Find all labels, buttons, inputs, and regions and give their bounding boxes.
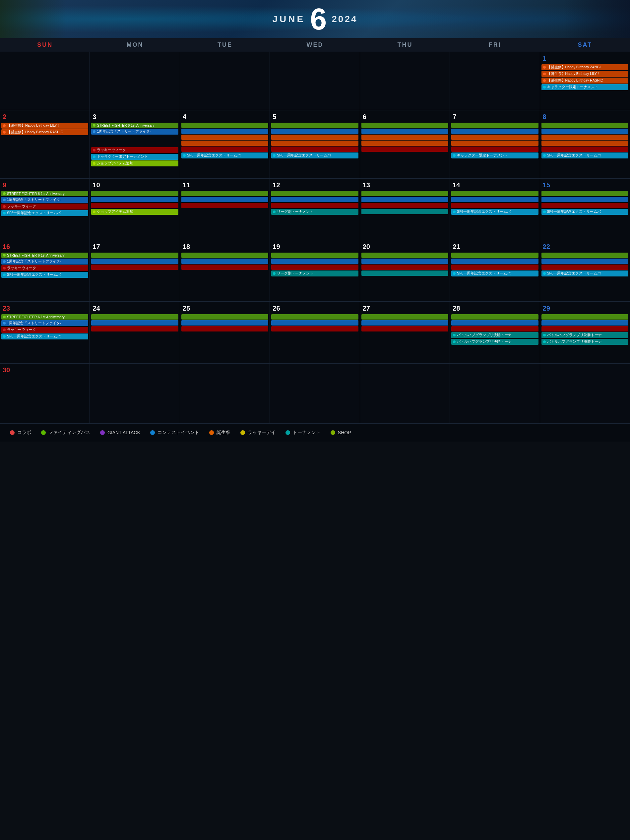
cell-29: 29 バトルハブグランプリ決勝トーナ バトルハブグランプリ決勝トーナ	[540, 302, 630, 363]
calendar-body: 1 【誕生祭】Happy Birthday ZANGI 【誕生祭】Happy B…	[0, 52, 630, 423]
event-sf6-anniversary-23[interactable]: STREET FIGHTER 6 1st Anniversary	[1, 314, 88, 320]
cell-21-events: SF6一周年記念エクストリームバ	[451, 253, 538, 276]
event-sf6-extreme-9[interactable]: SF6一周年記念エクストリームバ	[1, 210, 88, 216]
cell-19-events: リーグ別トーナメント	[271, 253, 358, 276]
legend-tournament-dot	[286, 430, 290, 435]
event-birthday-lily-2[interactable]: 【誕生祭】Happy Birthday LILY !	[1, 123, 88, 129]
event-sf6-extreme-21[interactable]: SF6一周年記念エクストリームバ	[451, 270, 538, 276]
event-1ann-16[interactable]: 1周年記念「ストリートファイタ-	[1, 259, 88, 265]
cell-16: 16 STREET FIGHTER 6 1st Anniversary 1周年記…	[0, 240, 90, 302]
cell-6: 6	[360, 111, 450, 178]
cell-empty-w1-mon	[90, 52, 180, 110]
cell-13: 13	[360, 179, 450, 240]
event-shop-3[interactable]: ショップアイテム追加	[91, 160, 178, 166]
cell-23-events: STREET FIGHTER 6 1st Anniversary 1周年記念「ス…	[1, 314, 88, 339]
date-10: 10	[91, 181, 178, 189]
event-birthday-rashid[interactable]: 【誕生祭】Happy Birthday RASHIC	[542, 77, 628, 84]
event-1ann-9[interactable]: 1周年記念「ストリートファイタ-	[1, 197, 88, 203]
event-char-tournament-3[interactable]: キャラクター限定トーナメント	[91, 154, 178, 160]
event-battle-hub-28-1[interactable]: バトルハブグランプリ決勝トーナ	[451, 332, 538, 338]
event-shop-10[interactable]: ショップアイテム追加	[91, 209, 178, 215]
cell-8-events: SF6一周年記念エクストリームバ	[542, 123, 628, 158]
cell-20-events	[362, 253, 448, 276]
legend-shop-label: SHOP	[338, 430, 351, 435]
cell-empty-w6-fri	[450, 364, 540, 423]
event-lucky-week-3[interactable]: ラッキーウィーク	[91, 147, 178, 153]
event-league-12[interactable]: リーグ別トーナメント	[271, 209, 358, 215]
legend-fighting-pass-label: ファイティングパス	[48, 429, 90, 436]
cell-29-events: バトルハブグランプリ決勝トーナ バトルハブグランプリ決勝トーナ	[542, 314, 628, 345]
date-26: 26	[271, 304, 358, 313]
event-lucky-23[interactable]: ラッキーウィーク	[1, 327, 88, 333]
date-29: 29	[542, 304, 628, 313]
cell-14-events: SF6一周年記念エクストリームバ	[451, 191, 538, 215]
cell-empty-w1-wed	[270, 52, 360, 110]
cell-14: 14 SF6一周年記念エクストリームバ	[450, 179, 540, 240]
week-row-1: 1 【誕生祭】Happy Birthday ZANGI 【誕生祭】Happy B…	[0, 52, 630, 110]
event-char-tournament-7[interactable]: キャラクター限定トーナメント	[451, 153, 538, 158]
cell-26: 26	[270, 302, 360, 363]
date-20: 20	[362, 242, 448, 251]
event-battle-hub-29-1[interactable]: バトルハブグランプリ決勝トーナ	[542, 332, 628, 338]
event-league-19[interactable]: リーグ別トーナメント	[271, 270, 358, 276]
date-12: 12	[271, 181, 358, 189]
event-battle-hub-28-2[interactable]: バトルハブグランプリ決勝トーナ	[451, 339, 538, 345]
event-sf6-extreme-14[interactable]: SF6一周年記念エクストリームバ	[451, 209, 538, 215]
event-lucky-9[interactable]: ラッキーウィーク	[1, 204, 88, 210]
event-1ann-3[interactable]: 1周年記念「ストリートファイタ-	[91, 129, 178, 134]
date-28: 28	[451, 304, 538, 313]
week-row-3: 9 STREET FIGHTER 6 1st Anniversary 1周年記念…	[0, 178, 630, 240]
legend-tournament: トーナメント	[286, 429, 321, 436]
cell-24: 24	[90, 302, 180, 363]
cell-empty-w1-fri	[450, 52, 540, 110]
event-birthday-zangi[interactable]: 【誕生祭】Happy Birthday ZANGI	[542, 64, 628, 70]
legend-tournament-label: トーナメント	[293, 429, 321, 436]
event-sf6-anniversary-3[interactable]: STREET FIGHTER 6 1st Anniversary	[91, 123, 178, 128]
cell-2: 2 【誕生祭】Happy Birthday LILY ! 【誕生祭】Happy …	[0, 111, 90, 178]
calendar-header: JUNE 6 2024	[0, 0, 630, 38]
event-battle-hub-29-2[interactable]: バトルハブグランプリ決勝トーナ	[542, 339, 628, 345]
cell-27: 27	[360, 302, 450, 363]
event-birthday-rashid-2[interactable]: 【誕生祭】Happy Birthday RASHIC	[1, 129, 88, 135]
legend-shop-dot	[331, 430, 335, 435]
event-sf6-extreme-4[interactable]: SF6一周年記念エクストリームバ	[182, 153, 268, 158]
legend-birthday-dot	[209, 430, 214, 435]
day-header-wed: WED	[270, 38, 360, 52]
date-13: 13	[362, 181, 448, 189]
cell-empty-w1-tue	[180, 52, 270, 110]
cell-26-events	[271, 314, 358, 332]
day-header-fri: FRI	[450, 38, 540, 52]
date-24: 24	[91, 304, 178, 313]
event-sf6-extreme-5[interactable]: SF6一周年記念エクストリームバ	[271, 153, 358, 158]
event-birthday-lily[interactable]: 【誕生祭】Happy Birthday LILY !	[542, 71, 628, 77]
event-lucky-16[interactable]: ラッキーウィーク	[1, 265, 88, 271]
event-sf6-extreme-8[interactable]: SF6一周年記念エクストリームバ	[542, 153, 628, 158]
event-sf6-extreme-22[interactable]: SF6一周年記念エクストリームバ	[542, 270, 628, 276]
event-sf6-extreme-23[interactable]: SF6一周年記念エクストリームバ	[1, 333, 88, 339]
event-sf6-anniversary-16[interactable]: STREET FIGHTER 6 1st Anniversary	[1, 253, 88, 258]
cell-empty-w1-sun	[0, 52, 90, 110]
date-2: 2	[1, 112, 88, 121]
cell-10: 10 ショップアイテム追加	[90, 179, 180, 240]
event-sf6-extreme-15[interactable]: SF6一周年記念エクストリームバ	[542, 209, 628, 215]
cell-25-events	[182, 314, 268, 332]
cell-19: 19 リーグ別トーナメント	[270, 240, 360, 302]
cell-13-events	[362, 191, 448, 214]
legend-fighting-pass: ファイティングパス	[41, 429, 90, 436]
cell-23: 23 STREET FIGHTER 6 1st Anniversary 1周年記…	[0, 302, 90, 363]
event-1ann-23[interactable]: 1周年記念「ストリートファイタ-	[1, 320, 88, 326]
legend-lucky: ラッキーデイ	[240, 429, 276, 436]
event-sf6-anniversary-9[interactable]: STREET FIGHTER 6 1st Anniversary	[1, 191, 88, 196]
cell-3: 3 STREET FIGHTER 6 1st Anniversary 1周年記念…	[90, 111, 180, 178]
date-23: 23	[1, 304, 88, 313]
calendar-legend: コラボ ファイティングパス GIANT ATTACK コンテストイベント 誕生祭…	[0, 423, 630, 442]
cell-17: 17	[90, 240, 180, 302]
date-11: 11	[182, 181, 268, 189]
date-16: 16	[1, 242, 88, 251]
event-sf6-extreme-16[interactable]: SF6一周年記念エクストリームバ	[1, 272, 88, 278]
header-title: JUNE 6 2024	[272, 4, 357, 34]
event-char-tournament-w1[interactable]: キャラクター限定トーナメント	[542, 84, 628, 90]
date-9: 9	[1, 181, 88, 189]
legend-fighting-pass-dot	[41, 430, 46, 435]
cell-empty-w6-mon	[90, 364, 180, 423]
